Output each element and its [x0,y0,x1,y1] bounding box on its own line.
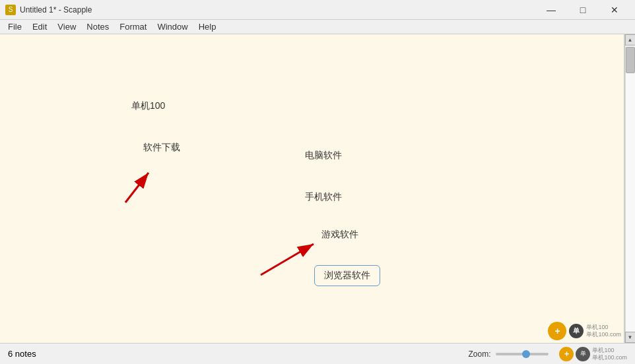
watermark-text: 单机100 单机100.com [586,324,621,338]
menu-edit[interactable]: Edit [27,20,52,33]
svg-line-3 [261,244,314,275]
notes-count-label: 6 notes [8,349,36,359]
app-icon: S [5,5,16,15]
note-pc-software[interactable]: 电脑软件 [305,150,342,162]
watermark-bottom: + 单 单机100单机100.com [559,347,627,361]
watermark-circle-2: 单 [569,324,584,338]
scroll-track[interactable] [625,46,636,332]
zoom-label: Zoom: [468,349,490,359]
menubar: File Edit View Notes Format Window Help [0,20,635,34]
canvas-area[interactable]: 单机100 软件下载 电脑软件 手机软件 游戏软件 浏览器软件 [0,34,624,343]
note-browser-software[interactable]: 浏览器软件 [314,265,380,286]
minimize-button[interactable]: — [536,0,566,20]
wm-logo-icon: 单 [576,347,590,361]
menu-window[interactable]: Window [152,20,193,33]
menu-help[interactable]: Help [193,20,222,33]
close-button[interactable]: ✕ [599,0,630,20]
zoom-thumb[interactable] [522,350,530,358]
note-mobile-software[interactable]: 手机软件 [305,191,342,203]
window-title: Untitled 1* - Scapple [20,5,92,15]
zoom-slider[interactable] [496,353,549,355]
note-game-software[interactable]: 游戏软件 [321,229,358,241]
scroll-up-button[interactable]: ▲ [625,34,636,46]
window-controls: — □ ✕ [536,0,630,20]
scroll-thumb[interactable] [626,47,635,73]
note-danjiI100[interactable]: 单机100 [131,100,165,112]
menu-format[interactable]: Format [114,20,152,33]
watermark: + 单 单机100 单机100.com [548,322,621,340]
watermark-circle-1: + [548,322,566,340]
statusbar: 6 notes Zoom: + 单 单机100单机100.com [0,343,635,364]
arrow-1 [112,156,165,209]
titlebar: S Untitled 1* - Scapple — □ ✕ [0,0,635,20]
statusbar-notes-count: 6 notes [8,349,36,359]
menu-view[interactable]: View [52,20,81,33]
wm-url: 单机100单机100.com [592,347,627,361]
scroll-down-button[interactable]: ▼ [625,332,636,343]
maximize-button[interactable]: □ [568,0,598,20]
menu-notes[interactable]: Notes [81,20,114,33]
note-software-download[interactable]: 软件下载 [143,142,180,154]
svg-line-1 [125,173,149,202]
titlebar-left: S Untitled 1* - Scapple [5,5,92,15]
menu-file[interactable]: File [3,20,27,33]
wm-plus-icon: + [559,347,574,361]
vertical-scrollbar[interactable]: ▲ ▼ [624,34,635,343]
canvas-wrapper: 单机100 软件下载 电脑软件 手机软件 游戏软件 浏览器软件 [0,34,635,343]
statusbar-zoom: Zoom: + 单 单机100单机100.com [468,347,627,361]
